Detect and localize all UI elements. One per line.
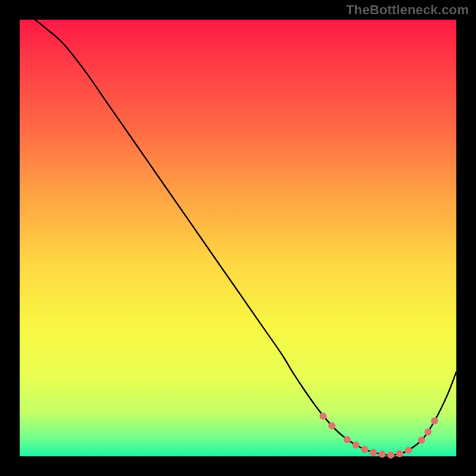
- watermark-text: TheBottleneck.com: [346, 2, 469, 18]
- plot-background: [20, 20, 456, 456]
- marker-dot: [344, 436, 351, 443]
- marker-dot: [361, 446, 368, 453]
- marker-dot: [352, 441, 359, 449]
- chart-frame: TheBottleneck.com: [0, 0, 476, 476]
- marker-dot: [370, 449, 377, 456]
- marker-dot: [424, 428, 431, 436]
- marker-dot: [387, 452, 394, 459]
- marker-dot: [431, 418, 438, 425]
- marker-dot: [328, 422, 336, 430]
- marker-dot: [418, 437, 425, 444]
- marker-dot: [378, 450, 386, 458]
- marker-dot: [320, 412, 327, 419]
- marker-dot: [405, 447, 412, 454]
- marker-dot: [396, 450, 403, 458]
- bottleneck-chart: [0, 0, 476, 476]
